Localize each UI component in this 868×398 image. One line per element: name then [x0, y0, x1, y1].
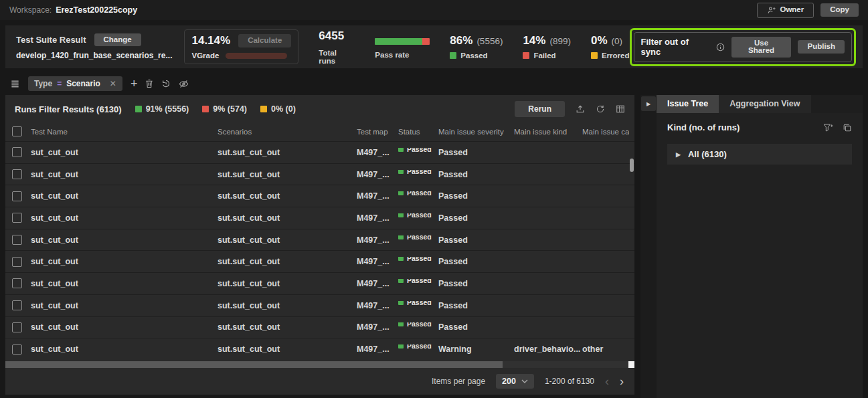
row-checkbox[interactable] [12, 213, 22, 223]
vertical-scrollbar-thumb[interactable] [630, 159, 634, 172]
copy-button[interactable]: Copy [820, 3, 859, 17]
row-checkbox[interactable] [12, 147, 22, 157]
next-page-icon[interactable]: › [620, 375, 624, 387]
owner-button[interactable]: Owner [757, 3, 814, 18]
column-header-scenarios[interactable]: Scenarios [218, 128, 357, 136]
cell-test-map: M497_... [357, 213, 398, 223]
tree-node-all[interactable]: ▶ All (6130) [667, 144, 852, 165]
horizontal-scrollbar-thumb[interactable] [5, 361, 503, 368]
cell-test-name: sut_cut_out [31, 170, 218, 179]
cell-main-issue-severity: Passed [438, 235, 514, 245]
tab-issue-tree[interactable]: Issue Tree [657, 95, 719, 113]
legend-passed-square-icon [135, 106, 142, 112]
chip-remove-icon[interactable]: ✕ [110, 79, 116, 88]
cell-status: Passed [398, 148, 438, 157]
column-header-main-issue-category[interactable]: Main issue cate [582, 128, 629, 136]
column-header-test-map[interactable]: Test map [357, 128, 398, 136]
row-checkbox[interactable] [12, 235, 22, 245]
cell-scenarios: sut.sut_cut_out [218, 170, 357, 179]
errored-value: 0% [591, 34, 608, 47]
calculate-button[interactable]: Calculate [238, 34, 291, 47]
pass-rate-fill [375, 38, 422, 45]
column-header-main-issue-kind[interactable]: Main issue kind [514, 128, 582, 136]
test-suite-result-group: Test Suite Result Change develop_1420_fr… [5, 33, 183, 61]
cell-test-name: sut_cut_out [31, 322, 218, 332]
panel-collapse-button[interactable]: ▶ [641, 96, 656, 111]
horizontal-scrollbar[interactable] [5, 361, 634, 368]
publish-button[interactable]: Publish [798, 40, 845, 54]
row-checkbox[interactable] [12, 257, 22, 267]
copy-tree-icon[interactable] [843, 123, 852, 132]
rerun-button[interactable]: Rerun [515, 101, 565, 117]
kind-header: Kind (no. of runs) [667, 122, 740, 132]
cell-test-name: sut_cut_out [31, 301, 218, 310]
table-grid-icon[interactable] [616, 104, 625, 114]
table-row[interactable]: sut_cut_outsut.sut_cut_outM497_...Passed… [5, 338, 634, 360]
row-checkbox[interactable] [12, 300, 22, 310]
column-header-test-name[interactable]: Test Name [31, 128, 218, 136]
status-passed-icon [398, 213, 404, 217]
cell-scenarios: sut.sut_cut_out [218, 301, 357, 310]
items-per-page-label: Items per page [432, 377, 485, 386]
filter-list-icon[interactable] [10, 79, 20, 89]
cell-scenarios: sut.sut_cut_out [218, 344, 357, 354]
table-row[interactable]: sut_cut_outsut.sut_cut_outM497_...Passed… [5, 229, 634, 251]
filter-chip-type-scenario[interactable]: Type = Scenario ✕ [28, 76, 122, 91]
cell-main-issue-severity: Passed [438, 257, 514, 266]
cell-test-map: M497_... [357, 170, 398, 179]
table-row[interactable]: sut_cut_outsut.sut_cut_outM497_...Passed… [5, 316, 634, 338]
pass-rate-bar [375, 38, 430, 45]
refresh-icon[interactable] [596, 104, 605, 114]
add-filter-funnel-icon[interactable] [823, 123, 833, 132]
column-header-main-issue-severity[interactable]: Main issue severity [438, 128, 514, 136]
column-header-status[interactable]: Status [398, 128, 438, 136]
info-icon[interactable] [716, 43, 725, 52]
select-all-checkbox[interactable] [12, 126, 22, 136]
row-checkbox[interactable] [12, 191, 22, 201]
vgrade-bar [226, 53, 287, 59]
status-label: Passed [407, 213, 432, 219]
legend-errored-label: 0% (0) [271, 104, 296, 114]
errored-square-icon [591, 52, 598, 59]
cell-status: Passed [398, 344, 438, 354]
table-row[interactable]: sut_cut_outsut.sut_cut_outM497_...Passed… [5, 207, 634, 229]
tab-aggregation-view[interactable]: Aggregation View [719, 95, 810, 113]
cell-status: Passed [398, 191, 438, 201]
pagination-bar: Items per page 200 1-200 of 6130 ‹ › [5, 368, 634, 395]
use-shared-button[interactable]: Use Shared [731, 37, 792, 58]
cell-main-issue-severity: Passed [438, 170, 514, 179]
previous-page-icon[interactable]: ‹ [605, 375, 609, 387]
use-shared-button-label: Use Shared [741, 39, 782, 55]
tree-expand-icon[interactable]: ▶ [676, 151, 681, 158]
table-row[interactable]: sut_cut_outsut.sut_cut_outM497_...Passed… [5, 185, 634, 207]
trash-icon[interactable] [145, 79, 153, 88]
row-checkbox[interactable] [12, 344, 22, 355]
row-checkbox[interactable] [12, 278, 22, 288]
vgrade-value: 14.14% [191, 34, 230, 47]
eye-off-icon[interactable] [179, 79, 189, 89]
page-size-select[interactable]: 200 [496, 374, 534, 389]
table-row[interactable]: sut_cut_outsut.sut_cut_outM497_...Passed… [5, 272, 634, 294]
cell-main-issue-severity: Passed [438, 191, 514, 201]
cell-test-map: M497_... [357, 257, 398, 266]
chevron-down-icon [521, 379, 528, 383]
passed-stat: 86% (5556) Passed [450, 34, 503, 60]
row-checkbox[interactable] [12, 322, 22, 332]
table-row[interactable]: sut_cut_outsut.sut_cut_outM497_...Passed… [5, 294, 634, 316]
table-row[interactable]: sut_cut_outsut.sut_cut_outM497_...Passed… [5, 163, 634, 185]
cell-main-issue-severity: Passed [438, 322, 514, 332]
vgrade-box: 14.14% Calculate VGrade [184, 29, 298, 64]
change-button[interactable]: Change [94, 33, 141, 47]
table-row[interactable]: sut_cut_outsut.sut_cut_outM497_...Passed… [5, 141, 634, 163]
workspace-label: Workspace: [9, 5, 52, 15]
cell-test-map: M497_... [357, 235, 398, 245]
cell-main-issue-category: other [582, 344, 629, 354]
export-icon[interactable] [576, 104, 585, 114]
status-passed-icon [398, 235, 404, 239]
row-checkbox[interactable] [12, 169, 22, 179]
add-filter-icon[interactable]: + [131, 78, 138, 90]
legend-passed: 91% (5556) [135, 104, 189, 114]
table-row[interactable]: sut_cut_outsut.sut_cut_outM497_...Passed… [5, 250, 634, 272]
cell-status: Passed [398, 213, 438, 223]
history-icon[interactable] [161, 79, 171, 88]
